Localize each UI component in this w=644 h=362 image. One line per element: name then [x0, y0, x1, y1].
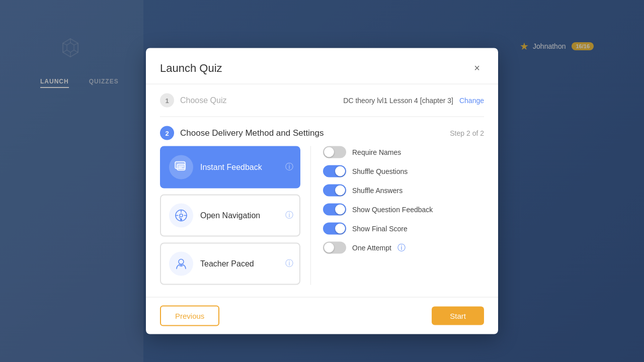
setting-show-question-feedback: Show Question Feedback: [323, 204, 484, 216]
open-navigation-icon: [169, 204, 193, 228]
step2-header: 2 Choose Delivery Method and Settings St…: [160, 117, 484, 146]
require-names-label: Require Names: [352, 148, 401, 156]
open-navigation-label: Open Navigation: [200, 211, 260, 220]
instant-feedback-icon: [169, 155, 193, 179]
svg-point-20: [179, 259, 184, 264]
teacher-paced-info-icon[interactable]: ⓘ: [285, 258, 293, 269]
previous-button[interactable]: Previous: [160, 306, 219, 326]
svg-point-18: [180, 219, 182, 221]
setting-show-final-score: Show Final Score: [323, 223, 484, 235]
toggle-knob: [335, 224, 345, 234]
setting-require-names: Require Names: [323, 146, 484, 158]
setting-shuffle-questions: Shuffle Questions: [323, 165, 484, 177]
start-button[interactable]: Start: [432, 307, 484, 325]
teacher-paced-label: Teacher Paced: [200, 259, 254, 268]
launch-quiz-modal: Launch Quiz × 1 Choose Quiz DC theory lv…: [146, 48, 498, 334]
step2-badge: 2: [160, 126, 174, 140]
toggle-knob: [324, 243, 334, 253]
step2-content: Instant Feedback ⓘ: [160, 146, 484, 297]
toggle-knob: [335, 205, 345, 215]
setting-one-attempt: One Attempt ⓘ: [323, 242, 484, 254]
step1-badge: 1: [160, 94, 174, 108]
one-attempt-info-button[interactable]: ⓘ: [397, 244, 406, 252]
setting-shuffle-answers: Shuffle Answers: [323, 185, 484, 197]
quiz-name: DC theory lvl1 Lesson 4 [chapter 3]: [343, 97, 453, 105]
toggle-knob: [324, 147, 334, 157]
quiz-info: DC theory lvl1 Lesson 4 [chapter 3] Chan…: [343, 97, 484, 105]
show-final-score-label: Show Final Score: [352, 225, 408, 233]
instant-feedback-label: Instant Feedback: [200, 163, 262, 172]
step1-label: Choose Quiz: [180, 96, 343, 105]
toggle-one-attempt[interactable]: [323, 242, 346, 254]
toggle-knob: [335, 186, 345, 196]
step2-title: Choose Delivery Method and Settings: [180, 128, 324, 138]
change-link[interactable]: Change: [459, 97, 484, 105]
teacher-paced-icon: [169, 252, 193, 276]
shuffle-answers-label: Shuffle Answers: [352, 187, 403, 195]
one-attempt-label: One Attempt: [352, 244, 391, 252]
delivery-options: Instant Feedback ⓘ: [160, 146, 311, 285]
instant-feedback-info-icon[interactable]: ⓘ: [285, 162, 293, 172]
modal-footer: Previous Start: [146, 297, 498, 334]
toggle-knob: [335, 166, 345, 176]
step-info: Step 2 of 2: [450, 129, 484, 137]
modal-title: Launch Quiz: [160, 61, 222, 74]
step2-title-row: 2 Choose Delivery Method and Settings: [160, 126, 324, 140]
toggle-require-names[interactable]: [323, 146, 346, 158]
svg-point-13: [180, 214, 183, 217]
modal-header: Launch Quiz ×: [146, 48, 498, 84]
modal-body: 1 Choose Quiz DC theory lvl1 Lesson 4 [c…: [146, 84, 498, 297]
step1-row: 1 Choose Quiz DC theory lvl1 Lesson 4 [c…: [160, 84, 484, 117]
toggle-shuffle-answers[interactable]: [323, 185, 346, 197]
svg-line-19: [179, 217, 181, 219]
show-question-feedback-label: Show Question Feedback: [352, 206, 433, 214]
shuffle-questions-label: Shuffle Questions: [352, 167, 408, 175]
toggle-show-question-feedback[interactable]: [323, 204, 346, 216]
open-navigation-info-icon[interactable]: ⓘ: [285, 210, 293, 221]
option-open-navigation[interactable]: Open Navigation ⓘ: [160, 195, 300, 237]
toggle-shuffle-questions[interactable]: [323, 165, 346, 177]
close-button[interactable]: ×: [470, 60, 484, 76]
svg-rect-9: [177, 164, 185, 170]
option-teacher-paced[interactable]: Teacher Paced ⓘ: [160, 243, 300, 285]
settings-panel: Require Names Shuffle Questions Shuffle …: [311, 146, 484, 285]
toggle-show-final-score[interactable]: [323, 223, 346, 235]
option-instant-feedback[interactable]: Instant Feedback ⓘ: [160, 146, 300, 189]
